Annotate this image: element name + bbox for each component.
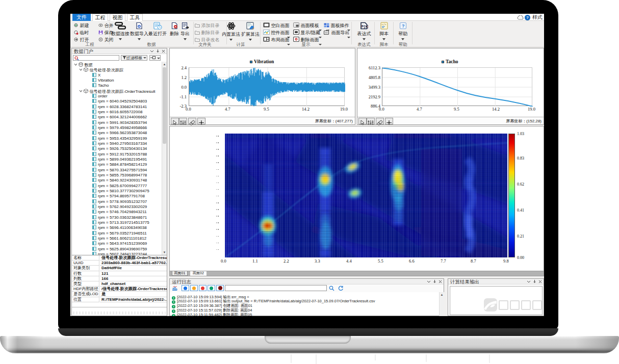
svg-text:</>: </> [381, 23, 386, 27]
svg-text:?: ? [402, 23, 405, 29]
svg-text:F(x): F(x) [362, 24, 368, 29]
